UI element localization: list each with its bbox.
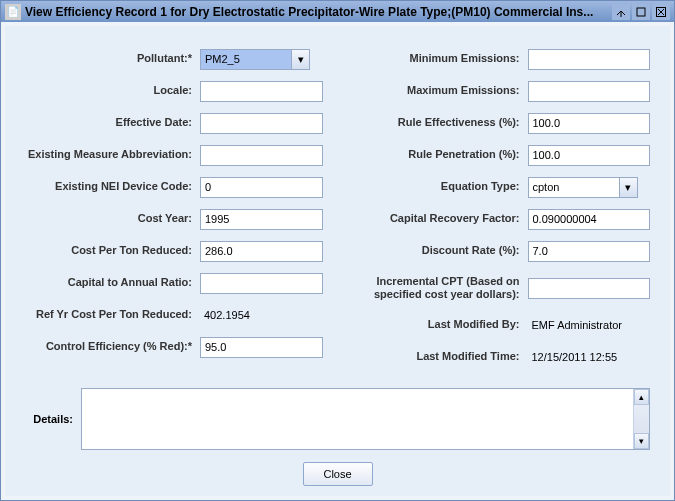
maximum-emissions-label: Maximum Emissions: (353, 84, 528, 97)
window-controls (612, 4, 670, 20)
chevron-down-icon: ▾ (619, 178, 637, 197)
incremental-cpt-input[interactable] (528, 278, 651, 299)
form-grid: Pollutant:* PM2_5 ▾ Locale: Effective Da… (25, 46, 650, 376)
minimum-emissions-label: Minimum Emissions: (353, 52, 528, 65)
restore-button[interactable] (612, 4, 630, 20)
details-scrollbar[interactable]: ▴ ▾ (633, 389, 649, 449)
rule-penetration-label: Rule Penetration (%): (353, 148, 528, 161)
rule-effectiveness-input[interactable] (528, 113, 651, 134)
maximize-button[interactable] (632, 4, 650, 20)
existing-nei-device-code-input[interactable] (200, 177, 323, 198)
locale-input[interactable] (200, 81, 323, 102)
titlebar: 📄 View Efficiency Record 1 for Dry Elect… (1, 1, 674, 22)
rule-penetration-input[interactable] (528, 145, 651, 166)
rule-effectiveness-label: Rule Effectiveness (%): (353, 116, 528, 129)
last-modified-time-value: 12/15/2011 12:55 (528, 351, 651, 363)
discount-rate-label: Discount Rate (%): (353, 244, 528, 257)
scroll-down-icon[interactable]: ▾ (634, 433, 649, 449)
effective-date-label: Effective Date: (25, 116, 200, 129)
equation-type-select[interactable]: cpton ▾ (528, 177, 638, 198)
existing-measure-abbr-input[interactable] (200, 145, 323, 166)
capital-recovery-label: Capital Recovery Factor: (353, 212, 528, 225)
capital-recovery-input[interactable] (528, 209, 651, 230)
incremental-cpt-label: Incremental CPT (Based on specified cost… (353, 275, 528, 301)
ref-yr-cptr-label: Ref Yr Cost Per Ton Reduced: (25, 308, 200, 321)
last-modified-by-label: Last Modified By: (353, 318, 528, 331)
window-title: View Efficiency Record 1 for Dry Electro… (25, 5, 606, 19)
existing-nei-device-code-label: Existing NEI Device Code: (25, 180, 200, 193)
right-column: Minimum Emissions: Maximum Emissions: Ru… (353, 46, 651, 376)
window-icon: 📄 (5, 4, 21, 20)
ref-yr-cptr-value: 402.1954 (200, 309, 323, 321)
details-label: Details: (25, 413, 81, 425)
existing-measure-abbr-label: Existing Measure Abbreviation: (25, 148, 200, 161)
left-column: Pollutant:* PM2_5 ▾ Locale: Effective Da… (25, 46, 323, 376)
scroll-up-icon[interactable]: ▴ (634, 389, 649, 405)
control-efficiency-label: Control Efficiency (% Red):* (25, 340, 200, 353)
cost-per-ton-input[interactable] (200, 241, 323, 262)
cost-year-input[interactable] (200, 209, 323, 230)
pollutant-select[interactable]: PM2_5 ▾ (200, 49, 310, 70)
cost-year-label: Cost Year: (25, 212, 200, 225)
discount-rate-input[interactable] (528, 241, 651, 262)
close-window-button[interactable] (652, 4, 670, 20)
capital-annual-ratio-label: Capital to Annual Ratio: (25, 276, 200, 289)
equation-type-label: Equation Type: (353, 180, 528, 193)
details-box: ▴ ▾ (81, 388, 650, 450)
svg-rect-0 (637, 8, 645, 16)
locale-label: Locale: (25, 84, 200, 97)
cost-per-ton-label: Cost Per Ton Reduced: (25, 244, 200, 257)
form-content: Pollutant:* PM2_5 ▾ Locale: Effective Da… (5, 26, 670, 496)
dialog-window: 📄 View Efficiency Record 1 for Dry Elect… (0, 0, 675, 501)
last-modified-by-value: EMF Administrator (528, 319, 651, 331)
minimum-emissions-input[interactable] (528, 49, 651, 70)
control-efficiency-input[interactable] (200, 337, 323, 358)
pollutant-value: PM2_5 (205, 53, 240, 65)
pollutant-label: Pollutant:* (25, 52, 200, 65)
close-button[interactable]: Close (303, 462, 373, 486)
effective-date-input[interactable] (200, 113, 323, 134)
chevron-down-icon: ▾ (291, 50, 309, 69)
equation-type-value: cpton (533, 181, 560, 193)
details-textarea[interactable] (82, 389, 633, 449)
capital-annual-ratio-input[interactable] (200, 273, 323, 294)
last-modified-time-label: Last Modified Time: (353, 350, 528, 363)
maximum-emissions-input[interactable] (528, 81, 651, 102)
button-row: Close (25, 450, 650, 486)
details-row: Details: ▴ ▾ (25, 388, 650, 450)
